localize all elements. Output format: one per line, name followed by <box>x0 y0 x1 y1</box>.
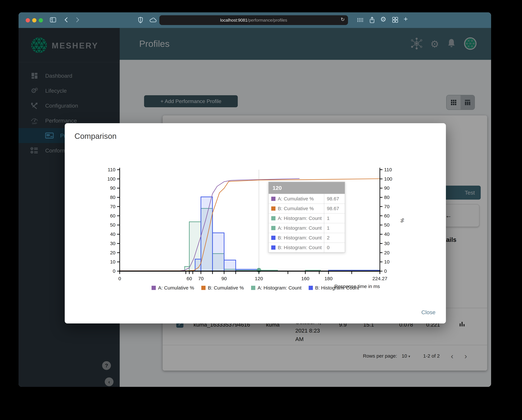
legend-item[interactable]: B: Histogram: Count <box>309 285 359 291</box>
desktop: localhost:9081/performance/profiles ↻ ⚙ … <box>0 0 522 420</box>
close-window-button[interactable] <box>26 18 30 22</box>
svg-text:180: 180 <box>324 276 333 281</box>
svg-text:90: 90 <box>384 185 390 191</box>
app-root: MESHERY Dashboard⚙⚙LifecycleConfiguratio… <box>19 28 491 387</box>
svg-text:40: 40 <box>110 232 115 237</box>
chart-legend: A: Cumulative %B: Cumulative %A: Histogr… <box>65 285 446 291</box>
legend-item[interactable]: A: Cumulative % <box>152 285 194 291</box>
svg-text:80: 80 <box>384 195 390 200</box>
svg-text:80: 80 <box>110 195 115 200</box>
svg-text:224.27: 224.27 <box>372 276 387 281</box>
svg-text:60: 60 <box>110 213 115 218</box>
browser-window: localhost:9081/performance/profiles ↻ ⚙ … <box>19 12 491 387</box>
svg-text:110: 110 <box>108 167 115 172</box>
comparison-chart[interactable]: 0010102020303040405050606070708080909010… <box>100 165 413 295</box>
new-tab-icon[interactable]: + <box>404 15 408 23</box>
svg-text:70: 70 <box>198 276 204 281</box>
svg-text:0: 0 <box>113 268 115 274</box>
back-button[interactable] <box>63 17 69 24</box>
series-swatch <box>271 216 276 220</box>
svg-text:60: 60 <box>384 213 390 218</box>
svg-text:100: 100 <box>384 176 392 181</box>
svg-text:10: 10 <box>110 259 115 264</box>
tooltip-row: A: Histogram: Count1 <box>269 213 345 223</box>
chart-tooltip: 120 A: Cumulative %98.67B: Cumulative %9… <box>268 182 345 253</box>
svg-text:60: 60 <box>186 276 192 281</box>
svg-text:50: 50 <box>384 222 390 228</box>
zoom-window-button[interactable] <box>39 18 43 22</box>
y-axis-right-title: % <box>400 218 405 223</box>
svg-text:10: 10 <box>384 259 390 264</box>
svg-text:90: 90 <box>221 276 227 281</box>
cloud-icon[interactable] <box>149 17 157 24</box>
series-swatch <box>271 226 276 230</box>
svg-text:0: 0 <box>118 276 121 281</box>
legend-item[interactable]: A: Histogram: Count <box>251 285 301 291</box>
close-button[interactable]: Close <box>421 309 436 315</box>
series-swatch <box>271 206 276 211</box>
minimize-window-button[interactable] <box>32 18 36 22</box>
shield-icon[interactable] <box>138 17 143 25</box>
svg-text:50: 50 <box>110 222 115 228</box>
series-swatch <box>271 236 276 240</box>
tooltip-row: A: Histogram: Count1 <box>269 223 345 233</box>
settings-gear-icon[interactable]: ⚙ <box>380 15 386 23</box>
svg-text:70: 70 <box>110 204 115 209</box>
tooltip-row: B: Cumulative %98.67 <box>269 203 345 213</box>
svg-text:110: 110 <box>384 167 392 172</box>
forward-button[interactable] <box>75 17 80 24</box>
svg-text:90: 90 <box>110 185 115 191</box>
tooltip-row: B: Histogram: Count0 <box>269 242 345 252</box>
series-swatch <box>271 197 276 201</box>
tooltip-row: B: Histogram: Count2 <box>269 233 345 242</box>
svg-text:20: 20 <box>110 250 115 255</box>
svg-text:100: 100 <box>107 176 115 181</box>
browser-toolbar: localhost:9081/performance/profiles ↻ ⚙ … <box>19 12 491 28</box>
series-swatch <box>271 245 276 250</box>
svg-text:160: 160 <box>301 276 309 281</box>
url-host: localhost:9081 <box>220 18 247 23</box>
tooltip-row: A: Cumulative %98.67 <box>269 194 345 203</box>
legend-item[interactable]: B: Cumulative % <box>201 285 244 291</box>
tooltip-header: 120 <box>269 182 345 194</box>
sidebar-toggle-icon[interactable] <box>50 17 56 24</box>
svg-text:120: 120 <box>255 276 263 281</box>
svg-text:30: 30 <box>110 241 115 246</box>
svg-text:70: 70 <box>384 204 390 209</box>
url-path: /performance/profiles <box>247 18 287 23</box>
svg-text:0: 0 <box>384 268 387 274</box>
address-bar[interactable]: localhost:9081/performance/profiles ↻ <box>159 15 348 25</box>
share-icon[interactable] <box>369 17 375 25</box>
svg-text:40: 40 <box>384 232 390 237</box>
modal-title: Comparison <box>75 132 117 141</box>
comparison-modal: Comparison 00101020203030404050506060707… <box>65 123 446 323</box>
svg-text:30: 30 <box>384 241 390 246</box>
extensions-grid-icon[interactable] <box>357 17 363 24</box>
tab-overview-icon[interactable] <box>392 17 399 24</box>
svg-text:20: 20 <box>384 250 390 255</box>
reload-icon[interactable]: ↻ <box>341 17 345 22</box>
